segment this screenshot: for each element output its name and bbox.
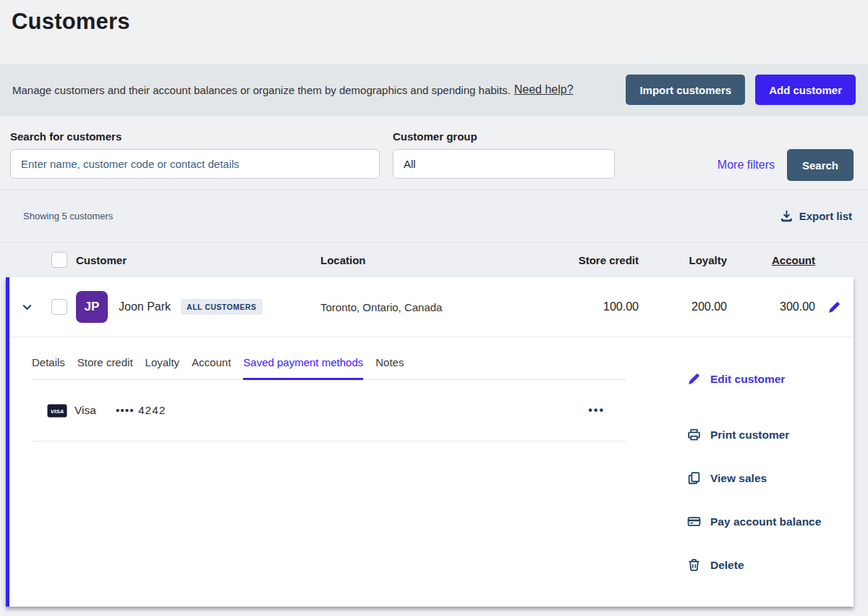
- edit-customer-label: Edit customer: [710, 373, 785, 386]
- search-field-group: Search for customers: [10, 130, 380, 190]
- pencil-icon: [827, 300, 841, 314]
- page-title: Customers: [12, 9, 856, 35]
- credit-card-icon: [687, 515, 701, 528]
- documents-icon: [687, 471, 701, 485]
- customer-actions: Edit customer Print customer View sales: [687, 356, 821, 602]
- printer-icon: [687, 428, 701, 442]
- column-account[interactable]: Account: [727, 254, 815, 266]
- card-brand: Visa: [75, 404, 96, 417]
- banner-buttons: Import customers Add customer: [626, 75, 856, 105]
- import-customers-button[interactable]: Import customers: [626, 75, 745, 105]
- column-store-credit: Store credit: [524, 254, 639, 266]
- more-filters-link[interactable]: More filters: [718, 159, 775, 172]
- print-customer-action[interactable]: Print customer: [687, 428, 821, 442]
- tab-notes[interactable]: Notes: [375, 356, 404, 380]
- loyalty-value: 200.00: [639, 300, 727, 313]
- pay-account-balance-action[interactable]: Pay account balance: [687, 515, 821, 528]
- customer-cell: JP Joon Park ALL CUSTOMERS: [76, 291, 315, 323]
- delete-action[interactable]: Delete: [687, 558, 821, 572]
- search-button[interactable]: Search: [787, 149, 854, 181]
- avatar: JP: [76, 291, 108, 323]
- pencil-icon: [687, 372, 701, 386]
- ellipsis-menu-button[interactable]: •••: [588, 404, 605, 417]
- banner: Manage customers and their account balan…: [0, 64, 868, 116]
- tab-details[interactable]: Details: [32, 356, 65, 380]
- saved-payment-method-row: VISA Visa •••• 4242 •••: [32, 380, 626, 442]
- download-icon: [780, 210, 793, 222]
- need-help-link[interactable]: Need help?: [514, 83, 574, 96]
- export-list-button[interactable]: Export list: [780, 210, 852, 222]
- tab-account[interactable]: Account: [192, 356, 231, 380]
- banner-description: Manage customers and their account balan…: [12, 84, 511, 96]
- edit-customer-action[interactable]: Edit customer: [687, 372, 821, 386]
- print-customer-label: Print customer: [710, 429, 789, 442]
- column-location: Location: [315, 254, 524, 266]
- tab-store-credit[interactable]: Store credit: [77, 356, 133, 380]
- page-header: Customers: [0, 0, 868, 64]
- search-input[interactable]: [10, 149, 380, 179]
- view-sales-label: View sales: [710, 472, 767, 485]
- view-sales-action[interactable]: View sales: [687, 471, 821, 485]
- row-edit-button[interactable]: [815, 300, 854, 314]
- customer-group-select[interactable]: All: [393, 149, 615, 179]
- customer-location: Toronto, Ontario, Canada: [315, 301, 524, 313]
- select-all-checkbox[interactable]: [51, 252, 67, 268]
- delete-label: Delete: [710, 559, 744, 572]
- detail-content: Details Store credit Loyalty Account Sav…: [32, 356, 626, 602]
- collapse-row-chevron[interactable]: [9, 302, 44, 313]
- filters-bar: Search for customers Customer group All …: [0, 116, 868, 190]
- svg-text:VISA: VISA: [51, 408, 64, 415]
- customer-detail: Details Store credit Loyalty Account Sav…: [9, 337, 854, 602]
- chevron-down-icon: [22, 302, 33, 313]
- column-loyalty: Loyalty: [639, 254, 727, 266]
- customer-row[interactable]: JP Joon Park ALL CUSTOMERS Toronto, Onta…: [9, 277, 854, 337]
- trash-icon: [687, 558, 701, 572]
- export-list-label: Export list: [799, 210, 852, 222]
- customer-list-area: Showing 5 customers Export list Customer…: [0, 190, 868, 607]
- tab-saved-payment-methods[interactable]: Saved payment methods: [243, 356, 363, 380]
- customer-group-label: Customer group: [393, 130, 615, 143]
- account-value: 300.00: [727, 300, 815, 313]
- tab-loyalty[interactable]: Loyalty: [145, 356, 180, 380]
- customers-page: Customers Manage customers and their acc…: [0, 0, 868, 616]
- list-meta: Showing 5 customers Export list: [0, 190, 868, 242]
- customer-name: Joon Park: [119, 300, 171, 313]
- row-checkbox[interactable]: [51, 299, 67, 315]
- table-header: Customer Location Store credit Loyalty A…: [0, 242, 868, 277]
- store-credit-value: 100.00: [524, 300, 639, 313]
- pay-account-balance-label: Pay account balance: [710, 515, 821, 528]
- detail-tabs: Details Store credit Loyalty Account Sav…: [32, 356, 626, 380]
- customer-group-value: All: [404, 158, 416, 170]
- visa-icon: VISA: [47, 404, 67, 418]
- card-masked-number: •••• 4242: [116, 404, 166, 417]
- customer-group-badge: ALL CUSTOMERS: [181, 299, 263, 315]
- add-customer-button[interactable]: Add customer: [755, 75, 856, 105]
- showing-count: Showing 5 customers: [23, 211, 113, 221]
- filters-actions: More filters Search: [718, 149, 854, 181]
- search-label: Search for customers: [10, 130, 380, 143]
- expanded-customer-panel: JP Joon Park ALL CUSTOMERS Toronto, Onta…: [6, 277, 854, 607]
- customer-group-field: Customer group All: [393, 130, 615, 190]
- column-customer: Customer: [76, 254, 315, 266]
